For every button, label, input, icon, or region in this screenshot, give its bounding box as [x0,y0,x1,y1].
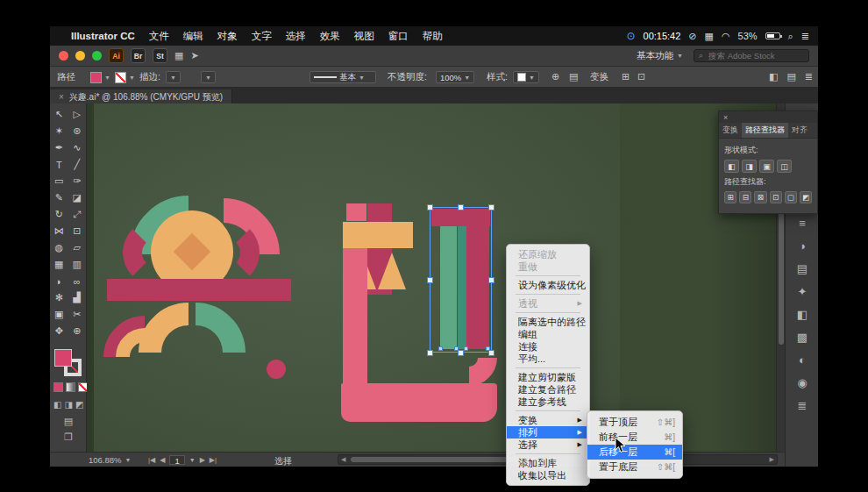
magic-wand-tool[interactable]: ✶ [50,123,68,139]
selection-handle[interactable] [458,204,464,210]
scale-tool[interactable]: ⤢ [68,206,87,223]
menubar-menu[interactable]: 选择 [286,30,306,43]
menubar-menu[interactable]: 编辑 [183,30,203,43]
panel-tab[interactable]: 对齐 [788,123,811,138]
panel-tab[interactable]: 变换 [719,123,742,138]
selection-handle[interactable] [488,350,494,356]
context-menu-item[interactable]: 建立复合路径 [507,383,589,396]
selection-handle[interactable] [427,350,433,356]
doc-layout-icon[interactable]: ▤ [786,71,795,82]
transparency-panel-icon[interactable]: ◐ [799,354,806,366]
mesh-tool[interactable]: ▦ [50,256,68,273]
draw-behind-icon[interactable]: ◨ [64,400,72,410]
brushes-panel-icon[interactable]: ✦ [798,286,808,297]
context-menu-item[interactable]: 设为像素级优化 [507,279,589,291]
menubar-menu[interactable]: 文字 [252,30,272,43]
anchor-point[interactable] [464,346,468,351]
arrange-documents-icon[interactable]: ▦ [174,50,183,61]
context-menu-item[interactable]: 重做 [507,260,589,273]
artboard-tool[interactable]: ▣ [50,306,68,323]
menubar-menu[interactable]: 文件 [149,30,169,43]
free-transform-tool[interactable]: ⊡ [68,223,87,239]
artwork-dot[interactable] [267,360,286,379]
context-menu-item[interactable]: 选择 ▶ [507,439,589,451]
anchor-point[interactable] [438,346,443,351]
context-menu-item[interactable]: 变换 ▶ [507,414,589,426]
perspective-grid-tool[interactable]: ▱ [68,239,87,256]
submenu-item[interactable]: 后移一层 ⌘[ [587,445,682,460]
context-menu-item[interactable]: 还原缩放 [507,248,589,260]
symbols-panel-icon[interactable]: ◧ [797,309,808,320]
prev-artboard-button[interactable]: ◀ [160,456,165,464]
control-center-icon[interactable]: ≣ [801,31,809,42]
fill-color-indicator[interactable] [54,349,72,367]
distribute-icon[interactable]: ⊡ [637,71,645,82]
width-tool[interactable]: ⋈ [50,223,68,239]
close-window-button[interactable] [59,51,68,61]
anchor-point[interactable] [454,346,459,351]
context-menu-item[interactable]: 收集以导出 [507,469,589,481]
screen-record-icon[interactable]: ⊙ [626,30,635,42]
last-artboard-button[interactable]: ▶| [210,456,217,464]
color-button[interactable] [53,382,63,392]
layers-panel-icon[interactable]: ≣ [798,400,808,411]
panel-menu-icon[interactable]: ≣ [805,71,813,82]
artwork-orange-bar[interactable] [343,222,413,248]
menubar-menu[interactable]: 对象 [217,30,238,43]
rotate-tool[interactable]: ↻ [50,206,68,223]
context-menu-item[interactable]: 透视 ▶ [507,297,589,310]
arrange-docs-icon[interactable]: ◧ [769,71,778,82]
style-field[interactable]: ▼ [513,71,539,83]
selection-handle[interactable] [458,350,464,356]
draw-normal-icon[interactable]: ◧ [53,400,61,410]
draw-inside-icon[interactable]: ◩ [75,400,83,410]
wifi-icon[interactable]: ◠ [722,31,730,42]
selection-handle[interactable] [488,277,494,283]
lasso-tool[interactable]: ⊛ [68,123,87,139]
shape-builder-tool[interactable]: ◍ [50,239,68,256]
column-graph-tool[interactable]: ▟ [68,289,87,306]
color-panel-icon[interactable]: ◑ [799,240,806,252]
submenu-item[interactable]: 前移一层 ⌘] [587,430,682,445]
anchor-point[interactable] [486,346,490,351]
workspace-switcher[interactable]: 基本功能 ▼ [637,50,683,62]
context-menu-item[interactable]: 建立参考线 [507,396,589,408]
menubar-menu[interactable]: 视图 [354,30,374,43]
canvas[interactable] [87,103,776,452]
close-panel-icon[interactable]: × [723,113,728,122]
artboard-number-field[interactable]: 1 [169,455,184,465]
next-artboard-button[interactable]: ▶ [200,456,205,464]
menubar-menu[interactable]: 效果 [320,30,340,43]
merge-icon[interactable]: ⊠ [754,191,766,203]
eraser-tool[interactable]: ◪ [68,189,87,206]
unite-icon[interactable]: ◧ [724,160,739,173]
symbol-sprayer-tool[interactable]: ✻ [50,289,68,306]
context-menu-item[interactable]: 排列 ▶ [507,426,589,439]
pencil-tool[interactable]: ✎ [50,189,68,206]
document-setup-icon[interactable]: ⊕ [551,71,559,82]
context-menu-item[interactable]: 编组 [507,328,589,340]
brush-definition-field[interactable]: ▼ [201,71,216,83]
zoom-level-dropdown[interactable]: 106.88% ▼ [89,455,131,465]
chevron-down-icon[interactable]: ▼ [129,75,135,81]
zoom-tool[interactable]: ⊕ [68,323,87,339]
gradient-button[interactable] [66,382,75,392]
curvature-tool[interactable]: ∿ [68,139,87,156]
keyboard-icon[interactable]: ▦ [705,31,714,42]
artwork-salmon-stem[interactable] [343,248,367,386]
chevron-down-icon[interactable]: ▼ [189,457,196,463]
swatches-panel-icon[interactable]: ▤ [797,263,808,275]
minimize-window-button[interactable] [75,51,85,61]
divide-icon[interactable]: ⊞ [724,191,736,203]
app-name[interactable]: Illustrator CC [71,31,135,41]
hand-tool[interactable]: ✥ [50,323,68,339]
menubar-menu[interactable]: 帮助 [423,30,443,43]
stroke-style-field[interactable]: 基本 ▼ [309,71,376,83]
selection-handle[interactable] [488,204,494,210]
context-menu-item[interactable]: 隔离选中的路径 [507,316,589,328]
stroke-panel-icon[interactable]: ≡ [799,217,806,229]
align-icon[interactable]: ⊞ [622,71,630,82]
context-menu-item[interactable]: 连接 [507,340,589,353]
screen-mode-button[interactable]: ▤ [50,416,87,427]
dual-document-icon[interactable]: ❐ [50,431,87,443]
